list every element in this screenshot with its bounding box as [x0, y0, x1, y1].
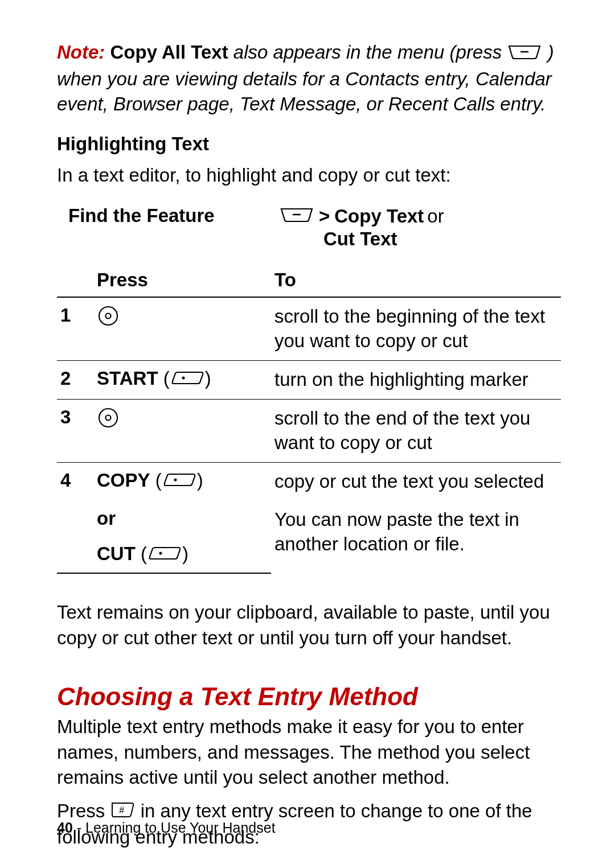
note-paragraph: Note: Copy All Text also appears in the …	[57, 40, 561, 117]
step-press	[93, 297, 271, 360]
cut-press: CUT ()	[93, 536, 271, 573]
step-press: COPY ()	[93, 462, 271, 500]
footer-sep: -	[73, 820, 85, 836]
find-feature-value: > Copy Text or Cut Text	[279, 205, 444, 250]
copy-text-label: Copy Text	[334, 205, 424, 228]
menu-key-icon	[279, 205, 314, 228]
or-label: or	[93, 501, 271, 536]
find-feature-label: Find the Feature	[68, 205, 279, 227]
find-feature-row: Find the Feature > Copy Text or Cut Text	[68, 205, 561, 250]
paste-note: You can now paste the text in another lo…	[271, 501, 561, 573]
cut-text-label: Cut Text	[323, 228, 397, 249]
svg-point-5	[99, 409, 117, 427]
clipboard-note: Text remains on your clipboard, availabl…	[57, 600, 561, 651]
paren: (	[163, 368, 170, 389]
soft-key-icon	[162, 471, 197, 492]
svg-point-3	[106, 314, 111, 319]
breadcrumb-separator: >	[318, 205, 331, 228]
svg-point-6	[106, 416, 111, 421]
step-to: scroll to the beginning of the text you …	[271, 297, 561, 360]
step-press	[93, 400, 271, 463]
nav-key-icon	[97, 406, 120, 434]
col-to: To	[271, 262, 561, 297]
page-number: 40	[57, 820, 73, 836]
note-text-before: also appears in the menu (press	[233, 42, 507, 63]
page-footer: 40 - Learning to Use Your Handset	[57, 820, 276, 836]
footer-section: Learning to Use Your Handset	[85, 820, 276, 836]
paren: )	[205, 368, 211, 389]
paren: )	[197, 470, 203, 491]
step-to: copy or cut the text you selected	[271, 462, 561, 500]
svg-point-4	[182, 377, 184, 380]
step-num: 3	[57, 400, 93, 463]
svg-text:#: #	[119, 805, 125, 815]
menu-key-icon	[507, 41, 542, 67]
svg-point-7	[174, 479, 177, 482]
note-bold-term: Copy All Text	[110, 42, 233, 63]
or-label: or	[427, 205, 444, 228]
step-press: START ()	[93, 361, 271, 400]
copy-label: COPY	[97, 470, 150, 491]
svg-point-2	[99, 307, 117, 325]
steps-table: Press To 1 scroll to the beginning of th…	[57, 262, 561, 574]
cut-label: CUT	[97, 543, 136, 564]
choosing-p1: Multiple text entry methods make it easy…	[57, 714, 561, 791]
step-to: scroll to the end of the text you want t…	[271, 400, 561, 463]
paren: (	[155, 470, 162, 491]
step-to: turn on the highlighting marker	[271, 361, 561, 400]
step-num: 4	[57, 462, 93, 500]
svg-point-8	[159, 552, 162, 555]
highlighting-intro: In a text editor, to highlight and copy …	[57, 163, 561, 188]
p2-before: Press	[57, 800, 110, 821]
page: Note: Copy All Text also appears in the …	[0, 0, 615, 868]
nav-key-icon	[97, 305, 120, 332]
choosing-heading: Choosing a Text Entry Method	[57, 682, 561, 711]
highlighting-heading: Highlighting Text	[57, 133, 561, 155]
paren: )	[182, 543, 188, 564]
start-label: START	[97, 368, 158, 389]
soft-key-icon	[147, 544, 182, 566]
step-num: 1	[57, 297, 93, 360]
note-label: Note:	[57, 42, 105, 63]
soft-key-icon	[170, 369, 205, 390]
col-press: Press	[93, 262, 271, 297]
paren: (	[141, 543, 147, 564]
step-num: 2	[57, 361, 93, 400]
